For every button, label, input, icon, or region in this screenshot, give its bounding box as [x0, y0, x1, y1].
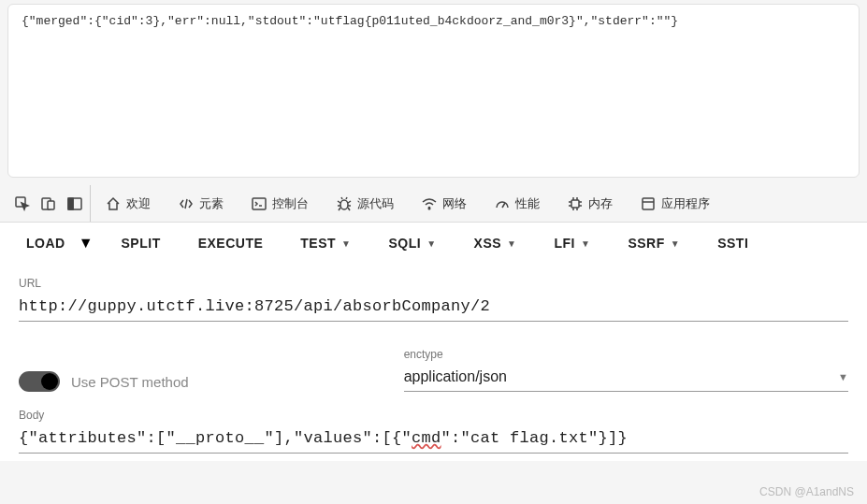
- svg-rect-5: [68, 198, 73, 209]
- form-area: URL Use POST method enctype application/…: [0, 264, 867, 461]
- load-button[interactable]: LOAD: [17, 230, 75, 256]
- action-label: SQLI: [389, 236, 422, 251]
- tab-label: 控制台: [272, 195, 309, 212]
- svg-rect-2: [48, 201, 54, 209]
- response-text: {"merged":{"cid":3},"err":null,"stdout":…: [22, 14, 678, 28]
- svg-rect-6: [253, 198, 266, 209]
- caret-icon: ▼: [426, 238, 436, 249]
- body-text-suffix: ":"cat flag.txt"}]}: [441, 429, 629, 447]
- tab-label: 元素: [199, 195, 224, 212]
- caret-icon: ▼: [838, 371, 848, 382]
- tab-label: 网络: [442, 195, 467, 212]
- action-label: EXECUTE: [198, 236, 264, 251]
- tab-welcome[interactable]: 欢迎: [93, 185, 164, 222]
- tab-network[interactable]: 网络: [409, 185, 480, 222]
- body-input[interactable]: {"attributes":["__proto__"],"values":[{"…: [19, 425, 848, 454]
- home-icon: [106, 196, 121, 211]
- chip-icon: [568, 196, 583, 211]
- body-label: Body: [19, 409, 848, 422]
- split-button[interactable]: SPLIT: [112, 230, 170, 256]
- test-button[interactable]: TEST▼: [291, 230, 360, 256]
- tab-elements[interactable]: 元素: [166, 185, 237, 222]
- url-input[interactable]: [19, 294, 848, 322]
- action-label: SSTI: [717, 236, 748, 251]
- tab-sources[interactable]: 源代码: [324, 185, 407, 222]
- watermark: CSDN @A1andNS: [759, 485, 854, 498]
- enctype-value: application/json: [404, 368, 507, 385]
- caret-icon: ▼: [581, 238, 590, 249]
- svg-rect-10: [571, 200, 579, 208]
- body-block: Body {"attributes":["__proto__"],"values…: [19, 409, 848, 454]
- svg-rect-11: [643, 198, 654, 209]
- action-label: XSS: [474, 236, 502, 251]
- tab-performance[interactable]: 性能: [482, 185, 553, 222]
- app-icon: [641, 196, 656, 211]
- panel-icon[interactable]: [67, 196, 82, 211]
- response-panel: {"merged":{"cid":3},"err":null,"stdout":…: [7, 4, 860, 178]
- wifi-icon: [422, 196, 437, 211]
- body-text-wavy: cmd: [412, 429, 441, 447]
- gauge-icon: [495, 196, 510, 211]
- sqli-button[interactable]: SQLI▼: [380, 230, 446, 256]
- action-label: LOAD: [26, 236, 65, 251]
- tab-label: 源代码: [357, 195, 394, 212]
- devtools-tabbar: 欢迎 元素 控制台 源代码 网络 性能 内存 应用程序: [0, 185, 867, 223]
- action-bar: LOAD ▼ SPLIT EXECUTE TEST▼ SQLI▼ XSS▼ LF…: [0, 223, 867, 264]
- tab-application[interactable]: 应用程序: [628, 185, 723, 222]
- bug-icon: [337, 196, 352, 211]
- body-text-prefix: {"attributes":["__proto__"],"values":[{": [19, 429, 412, 447]
- tab-label: 内存: [588, 195, 613, 212]
- action-label: LFI: [555, 236, 576, 251]
- action-label: TEST: [300, 236, 336, 251]
- devtools-icon-group: [7, 185, 91, 222]
- device-icon[interactable]: [41, 196, 56, 211]
- caret-icon: ▼: [341, 238, 351, 249]
- tab-console[interactable]: 控制台: [238, 185, 322, 222]
- caret-icon: ▼: [507, 238, 516, 249]
- post-toggle-wrap: Use POST method: [19, 371, 189, 392]
- svg-point-7: [340, 200, 348, 209]
- inspect-icon[interactable]: [15, 196, 30, 211]
- enctype-select[interactable]: application/json ▼: [404, 365, 848, 392]
- svg-line-9: [502, 203, 505, 208]
- svg-point-8: [428, 208, 430, 209]
- post-toggle-label: Use POST method: [71, 374, 189, 390]
- tab-label: 性能: [515, 195, 540, 212]
- caret-icon[interactable]: ▼: [79, 235, 94, 252]
- action-label: SPLIT: [122, 236, 161, 251]
- enctype-label: enctype: [404, 348, 848, 361]
- tab-memory[interactable]: 内存: [555, 185, 626, 222]
- code-icon: [179, 196, 194, 211]
- ssti-button[interactable]: SSTI: [708, 230, 758, 256]
- tab-label: 应用程序: [661, 195, 710, 212]
- tab-label: 欢迎: [126, 195, 151, 212]
- console-icon: [252, 196, 267, 211]
- post-toggle[interactable]: [19, 371, 60, 392]
- lfi-button[interactable]: LFI▼: [545, 230, 600, 256]
- action-label: SSRF: [628, 236, 664, 251]
- xss-button[interactable]: XSS▼: [465, 230, 527, 256]
- execute-button[interactable]: EXECUTE: [189, 230, 273, 256]
- url-label: URL: [19, 277, 848, 290]
- ssrf-button[interactable]: SSRF▼: [618, 230, 689, 256]
- caret-icon: ▼: [671, 238, 680, 249]
- enctype-block: enctype application/json ▼: [404, 348, 848, 392]
